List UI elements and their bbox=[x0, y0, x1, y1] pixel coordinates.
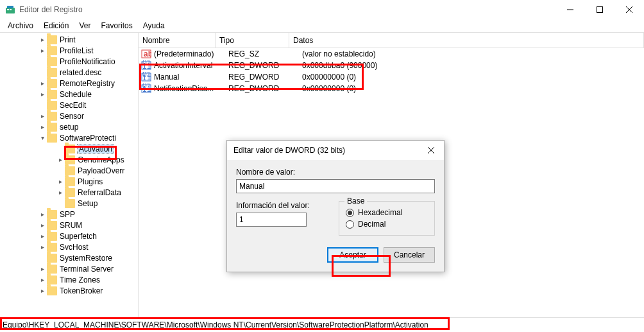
tree-item-label: Activation bbox=[78, 144, 114, 153]
col-data[interactable]: Datos bbox=[289, 33, 644, 48]
chevron-right-icon[interactable]: ▸ bbox=[38, 276, 46, 283]
tree-item[interactable]: ▸Time Zones bbox=[0, 274, 138, 285]
chevron-right-icon[interactable]: ▸ bbox=[38, 91, 46, 98]
col-type[interactable]: Tipo bbox=[216, 33, 289, 48]
tree-item[interactable]: ▾SoftwareProtecti bbox=[0, 132, 138, 143]
binary-value-icon: 011110 bbox=[141, 83, 151, 94]
chevron-right-icon[interactable]: ▸ bbox=[38, 265, 46, 272]
tree-item[interactable]: ▸setup bbox=[0, 121, 138, 132]
tree-item[interactable]: ▸Print bbox=[0, 34, 138, 45]
tree-item[interactable]: Setup bbox=[0, 198, 138, 209]
tree-item-label: Sensor bbox=[60, 112, 84, 121]
tree-item[interactable]: ▸Plugins bbox=[0, 176, 138, 187]
chevron-right-icon[interactable]: ▸ bbox=[38, 112, 46, 119]
chevron-right-icon[interactable]: ▸ bbox=[38, 222, 46, 229]
base-legend: Base bbox=[344, 197, 367, 205]
radio-hexadecimal[interactable]: Hexadecimal bbox=[346, 208, 428, 217]
value-data-field[interactable] bbox=[236, 213, 307, 227]
tree-item[interactable]: ▸Terminal Server bbox=[0, 263, 138, 274]
maximize-button[interactable] bbox=[585, 0, 614, 19]
folder-icon bbox=[47, 210, 57, 219]
chevron-right-icon[interactable]: ▸ bbox=[38, 211, 46, 218]
tree-item[interactable]: ▸TokenBroker bbox=[0, 285, 138, 296]
ok-button[interactable]: Aceptar bbox=[327, 247, 378, 263]
radio-icon bbox=[346, 220, 354, 229]
tree-item[interactable]: ▸Superfetch bbox=[0, 231, 138, 241]
tree-item[interactable]: ▸ReferralData bbox=[0, 187, 138, 198]
chevron-right-icon[interactable]: ▸ bbox=[38, 287, 46, 294]
tree-item[interactable]: related.desc bbox=[0, 67, 138, 78]
tree-item[interactable]: ▸Schedule bbox=[0, 89, 138, 100]
title-bar: Editor del Registro bbox=[0, 0, 644, 19]
tree-item-label: ProfileNotificatio bbox=[60, 57, 115, 66]
value-name-label: Nombre de valor: bbox=[236, 168, 435, 177]
tree-pane[interactable]: ▸Print▸ProfileListProfileNotificatiorela… bbox=[0, 33, 138, 317]
chevron-right-icon[interactable]: ▸ bbox=[38, 123, 46, 130]
tree-item[interactable]: ▸Sensor bbox=[0, 110, 138, 121]
cell-type: REG_DWORD bbox=[228, 61, 302, 70]
binary-value-icon: 011110 bbox=[141, 60, 151, 71]
svg-text:110: 110 bbox=[142, 85, 151, 94]
folder-icon bbox=[47, 254, 57, 263]
radio-decimal[interactable]: Decimal bbox=[346, 220, 428, 229]
menu-file[interactable]: Archivo bbox=[3, 20, 38, 31]
list-row[interactable]: ab(Predeterminado)REG_SZ(valor no establ… bbox=[139, 48, 644, 60]
tree-item[interactable]: ▸SPP bbox=[0, 209, 138, 220]
chevron-right-icon[interactable]: ▸ bbox=[38, 36, 46, 43]
radio-icon bbox=[346, 209, 354, 217]
folder-icon bbox=[47, 275, 57, 284]
menu-favorites[interactable]: Favoritos bbox=[96, 20, 137, 31]
list-row[interactable]: 011110NotificationDisa...REG_DWORD0x0000… bbox=[139, 83, 644, 94]
cell-name: Manual bbox=[154, 73, 228, 82]
tree-item[interactable]: ▸GenuineApps bbox=[0, 154, 138, 165]
minimize-button[interactable] bbox=[555, 0, 585, 19]
tree-item[interactable]: ▸SRUM bbox=[0, 220, 138, 231]
folder-icon bbox=[47, 232, 57, 241]
status-path: Equipo\HKEY_LOCAL_MACHINE\SOFTWARE\Micro… bbox=[3, 320, 428, 329]
col-name[interactable]: Nombre bbox=[139, 33, 216, 48]
chevron-right-icon[interactable]: ▸ bbox=[38, 232, 46, 240]
folder-icon bbox=[47, 35, 57, 44]
tree-item[interactable]: SecEdit bbox=[0, 100, 138, 110]
folder-icon bbox=[47, 46, 57, 55]
tree-item[interactable]: SystemRestore bbox=[0, 252, 138, 263]
tree-item[interactable]: Activation bbox=[0, 143, 138, 154]
folder-icon bbox=[47, 101, 57, 110]
list-row[interactable]: 011110ActivationIntervalREG_DWORD0x000db… bbox=[139, 60, 644, 71]
cell-type: REG_SZ bbox=[228, 49, 302, 58]
tree-item-label: setup bbox=[60, 123, 78, 132]
tree-item-label: SPP bbox=[60, 210, 75, 219]
folder-icon bbox=[65, 144, 75, 153]
tree-item[interactable]: ProfileNotificatio bbox=[0, 56, 138, 67]
tree-item[interactable]: ▸ProfileList bbox=[0, 45, 138, 56]
folder-icon bbox=[47, 221, 57, 230]
folder-icon bbox=[47, 79, 57, 88]
value-name-field[interactable] bbox=[236, 179, 435, 193]
chevron-right-icon[interactable]: ▸ bbox=[38, 80, 46, 87]
menu-edit[interactable]: Edición bbox=[38, 20, 74, 31]
chevron-right-icon[interactable]: ▸ bbox=[56, 156, 64, 163]
chevron-right-icon[interactable]: ▸ bbox=[56, 178, 64, 185]
chevron-right-icon[interactable]: ▸ bbox=[38, 243, 46, 250]
cell-name: NotificationDisa... bbox=[154, 84, 228, 93]
chevron-right-icon[interactable]: ▸ bbox=[56, 189, 64, 196]
svg-rect-3 bbox=[10, 9, 12, 10]
chevron-down-icon[interactable]: ▾ bbox=[38, 134, 46, 141]
tree-item[interactable]: ▸SvcHost bbox=[0, 241, 138, 252]
list-row[interactable]: 011110ManualREG_DWORD0x00000000 (0) bbox=[139, 71, 644, 83]
chevron-right-icon[interactable]: ▸ bbox=[38, 47, 46, 54]
tree-item[interactable]: ▸RemoteRegistry bbox=[0, 78, 138, 89]
menu-view[interactable]: Ver bbox=[74, 20, 96, 31]
folder-icon bbox=[47, 286, 57, 295]
menu-help[interactable]: Ayuda bbox=[138, 20, 170, 31]
regedit-icon bbox=[5, 4, 15, 15]
folder-icon bbox=[47, 123, 57, 132]
cancel-button[interactable]: Cancelar bbox=[384, 247, 435, 263]
folder-icon bbox=[65, 155, 75, 164]
string-value-icon: ab bbox=[141, 49, 151, 59]
dialog-close-button[interactable] bbox=[418, 141, 444, 160]
close-button[interactable] bbox=[614, 0, 644, 19]
tree-item[interactable]: PayloadOverr bbox=[0, 165, 138, 176]
tree-item-label: ProfileList bbox=[60, 46, 94, 55]
cell-name: (Predeterminado) bbox=[154, 49, 228, 58]
